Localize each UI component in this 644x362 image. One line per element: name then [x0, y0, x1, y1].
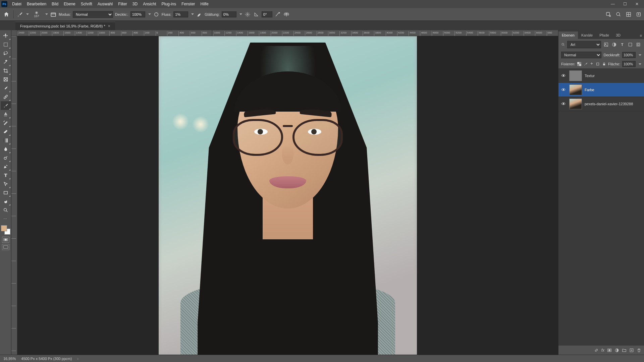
layer-row[interactable]: 👁Farbe: [558, 83, 644, 97]
blend-mode-select[interactable]: Normal: [73, 11, 113, 18]
smoothing-dropdown[interactable]: [239, 13, 242, 15]
filter-adjust-button[interactable]: [611, 42, 617, 48]
smoothing-options-button[interactable]: [244, 11, 251, 18]
screen-mode-button[interactable]: [2, 244, 9, 250]
home-button[interactable]: [2, 10, 11, 19]
filter-pixel-button[interactable]: [603, 42, 609, 48]
menu-bearbeiten[interactable]: Bearbeiten: [24, 1, 49, 7]
brush-tool-indicator[interactable]: [16, 11, 23, 18]
gradient-tool[interactable]: [1, 136, 11, 145]
new-layer-button[interactable]: [629, 348, 634, 353]
window-minimize-button[interactable]: —: [607, 1, 619, 7]
filter-smart-button[interactable]: [635, 42, 641, 48]
menu-hilfe[interactable]: Hilfe: [198, 1, 211, 7]
smoothing-input[interactable]: [222, 11, 236, 17]
canvas-image[interactable]: [159, 36, 417, 355]
window-close-button[interactable]: ✕: [631, 1, 643, 7]
lock-artboard-button[interactable]: [596, 61, 600, 67]
pen-tool[interactable]: [1, 162, 11, 171]
quick-select-tool[interactable]: [1, 58, 11, 66]
lock-position-button[interactable]: [590, 61, 594, 67]
status-zoom[interactable]: 16,95%: [3, 357, 16, 361]
history-brush-tool[interactable]: [1, 119, 11, 127]
flow-input[interactable]: [173, 11, 188, 17]
quick-mask-toggle[interactable]: [2, 237, 9, 243]
filter-type-button[interactable]: T: [619, 42, 625, 48]
menu-fenster[interactable]: Fenster: [179, 1, 198, 7]
layer-thumbnail[interactable]: [569, 84, 582, 95]
lock-all-button[interactable]: [602, 61, 606, 67]
airbrush-toggle[interactable]: [196, 11, 203, 18]
flow-dropdown[interactable]: [191, 13, 194, 15]
tab-ebenen[interactable]: Ebenen: [558, 32, 578, 39]
ruler-origin[interactable]: [11, 30, 17, 36]
tool-preset-dropdown[interactable]: [26, 13, 29, 15]
ruler-horizontal[interactable]: 2400220020001800160014001200100080060040…: [11, 30, 558, 36]
layer-row[interactable]: 👁pexels-daniel-xavier-1239288: [558, 97, 644, 111]
tab-3d[interactable]: 3D: [612, 32, 624, 39]
cc-search-button[interactable]: [605, 11, 612, 18]
fill-dropdown[interactable]: [639, 63, 641, 65]
layers-list[interactable]: 👁Textur👁Farbe👁pexels-daniel-xavier-12392…: [558, 69, 644, 345]
tab-pfade[interactable]: Pfade: [596, 32, 612, 39]
opacity-dropdown[interactable]: [148, 13, 151, 15]
brush-tool[interactable]: [1, 101, 11, 110]
healing-tool[interactable]: [1, 93, 11, 101]
layer-opacity-input[interactable]: [622, 52, 636, 58]
layer-thumbnail[interactable]: [569, 99, 582, 109]
layer-visibility-toggle[interactable]: 👁: [560, 73, 567, 78]
filter-shape-button[interactable]: [627, 42, 633, 48]
eraser-tool[interactable]: [1, 127, 11, 136]
layer-mask-button[interactable]: [607, 348, 612, 353]
layer-visibility-toggle[interactable]: 👁: [560, 101, 567, 107]
crop-tool[interactable]: [1, 66, 11, 75]
foreground-color-swatch[interactable]: [1, 225, 7, 231]
dodge-tool[interactable]: [1, 154, 11, 162]
path-select-tool[interactable]: [1, 180, 11, 188]
blur-tool[interactable]: [1, 145, 11, 154]
layer-blend-mode[interactable]: Normal: [561, 52, 601, 58]
symmetry-toggle[interactable]: [283, 11, 290, 18]
layer-row[interactable]: 👁Textur: [558, 69, 644, 83]
document-tab-close[interactable]: ×: [108, 24, 110, 28]
opacity-input[interactable]: [130, 11, 145, 17]
marquee-tool[interactable]: [1, 40, 11, 49]
layer-name-label[interactable]: pexels-daniel-xavier-1239288: [585, 102, 633, 106]
status-docinfo[interactable]: 4500 Px x 5400 Px (300 ppcm): [21, 357, 72, 361]
menu-plugins[interactable]: Plug-ins: [159, 1, 179, 7]
eyedropper-tool[interactable]: [1, 84, 11, 93]
size-pressure-toggle[interactable]: [274, 11, 281, 18]
tab-kanaele[interactable]: Kanäle: [578, 32, 596, 39]
stamp-tool[interactable]: [1, 110, 11, 119]
angle-input[interactable]: [262, 11, 272, 17]
move-tool[interactable]: [1, 32, 11, 40]
window-maximize-button[interactable]: ☐: [619, 1, 631, 7]
adjustment-layer-button[interactable]: [614, 348, 619, 353]
menu-bild[interactable]: Bild: [49, 1, 61, 7]
document-tab[interactable]: Frequenztrennung.psdc bei 16,9% (Farbe, …: [15, 22, 115, 30]
menu-filter[interactable]: Filter: [115, 1, 130, 7]
share-button[interactable]: [635, 11, 642, 18]
layer-thumbnail[interactable]: [569, 70, 582, 81]
menu-auswahl[interactable]: Auswahl: [95, 1, 115, 7]
layer-name-label[interactable]: Textur: [585, 74, 595, 78]
edit-toolbar-button[interactable]: ⋯: [1, 215, 11, 223]
layer-opacity-dropdown[interactable]: [639, 54, 641, 56]
ruler-vertical[interactable]: [11, 36, 17, 355]
menu-schrift[interactable]: Schrift: [78, 1, 95, 7]
layer-filter-type[interactable]: Art: [567, 41, 601, 48]
canvas-viewport[interactable]: [17, 36, 558, 355]
lock-pixels-button[interactable]: [584, 61, 588, 67]
fill-input[interactable]: [622, 61, 636, 67]
panel-menu-button[interactable]: ≡: [638, 32, 644, 39]
lock-transparency-button[interactable]: [577, 61, 581, 67]
layer-visibility-toggle[interactable]: 👁: [560, 87, 567, 93]
brush-preset-picker[interactable]: 157: [31, 9, 42, 19]
status-info-dropdown[interactable]: ›: [77, 357, 78, 361]
brush-panel-toggle[interactable]: [50, 11, 57, 18]
opacity-pressure-toggle[interactable]: [153, 11, 160, 18]
color-swatches[interactable]: [1, 225, 10, 235]
menu-ansicht[interactable]: Ansicht: [140, 1, 159, 7]
menu-3d[interactable]: 3D: [130, 1, 140, 7]
type-tool[interactable]: [1, 171, 11, 180]
